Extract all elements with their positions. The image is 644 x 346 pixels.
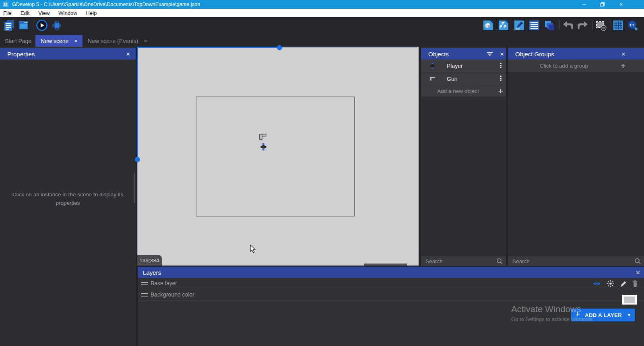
close-window-button[interactable]: × [614, 0, 628, 9]
layer-visibility-icon[interactable] [593, 280, 601, 287]
toggle-layers-panel-button[interactable] [543, 19, 555, 31]
restore-button[interactable] [596, 0, 609, 9]
titlebar: G GDevelop 5 - C:\Users\Sparkle\OneDrive… [0, 0, 644, 9]
close-tab-icon[interactable]: × [144, 38, 147, 44]
close-panel-icon[interactable]: × [621, 51, 625, 58]
object-menu-icon[interactable]: ⋮ [497, 74, 504, 82]
layer-name: Base layer [151, 280, 177, 286]
search-icon [634, 258, 641, 265]
filter-icon[interactable] [487, 52, 493, 56]
deselect-instances-button[interactable] [595, 19, 607, 31]
hscrollbar-bottom-thumb[interactable] [364, 264, 407, 266]
main-toolbar: 1:1 [0, 17, 644, 34]
add-group-row[interactable]: Click to add a group + [508, 60, 644, 72]
object-name: Gun [447, 76, 457, 82]
redo-button[interactable] [577, 19, 589, 31]
restore-icon [600, 2, 605, 7]
close-tab-icon[interactable]: × [74, 38, 77, 44]
start-page-button[interactable] [17, 19, 29, 31]
panel-scrollbar[interactable] [134, 172, 135, 203]
hscrollbar-thumb[interactable] [277, 45, 282, 50]
add-object-row[interactable]: Add a new object + [421, 85, 506, 97]
toolbar-separator [33, 21, 33, 30]
play-icon [36, 19, 48, 31]
minimize-button[interactable]: ─ [577, 0, 591, 9]
toggle-instances-list-button[interactable] [528, 19, 540, 31]
close-panel-icon[interactable]: × [636, 269, 640, 276]
search-icon [496, 258, 503, 265]
toggle-objects-panel-button[interactable] [482, 19, 494, 31]
properties-panel-icon [514, 20, 525, 31]
undo-icon [562, 20, 574, 31]
objects-search-bar [421, 256, 506, 266]
object-groups-search-input[interactable] [508, 256, 644, 266]
add-object-label: Add a new object [421, 88, 495, 94]
drag-handle-icon[interactable] [141, 282, 148, 285]
add-group-icon[interactable]: + [621, 62, 625, 70]
scene-canvas[interactable]: 139;384 [137, 47, 419, 266]
menu-window[interactable]: Window [58, 10, 77, 16]
layers-panel-header: Layers × [138, 267, 644, 278]
activate-windows-watermark: Activate Windows [511, 304, 581, 315]
toolbar-separator [611, 21, 611, 30]
player-instance[interactable] [260, 143, 266, 150]
tab-new-scene[interactable]: New scene × [35, 35, 83, 47]
debugger-button[interactable] [51, 19, 63, 31]
objects-panel-header: Objects × [421, 48, 506, 60]
object-row-player[interactable]: Player ⋮ [421, 60, 506, 72]
tab-new-scene-events[interactable]: New scene (Events) × [83, 35, 153, 47]
object-name: Player [447, 63, 463, 69]
cursor-coordinates-badge: 139;384 [137, 255, 162, 266]
close-panel-icon[interactable]: × [126, 51, 130, 58]
tab-label: New scene [41, 38, 68, 44]
panel-title: Layers [143, 269, 161, 276]
toggle-properties-panel-button[interactable] [513, 19, 525, 31]
toggle-object-groups-panel-button[interactable] [497, 19, 510, 31]
layer-effects-icon[interactable] [607, 280, 615, 288]
layers-panel-icon [544, 20, 555, 31]
layer-row-background-color[interactable]: Background color [138, 289, 644, 301]
tab-label: New scene (Events) [88, 38, 138, 44]
gdevelop-window: G GDevelop 5 - C:\Users\Sparkle\OneDrive… [0, 0, 644, 346]
layer-edit-icon[interactable] [619, 280, 627, 288]
caret-down-icon[interactable]: ▾ [627, 312, 630, 318]
layer-delete-icon[interactable] [632, 280, 639, 288]
properties-panel-header: Properties × [0, 48, 136, 60]
tab-start-page[interactable]: Start Page [0, 35, 35, 47]
hscrollbar-track-left [137, 47, 280, 48]
panel-title: Properties [7, 51, 35, 58]
menu-view[interactable]: View [38, 10, 50, 16]
zoom-1-1-icon: 1:1 [627, 20, 638, 31]
layer-name: Background color [151, 291, 194, 298]
background-color-swatch[interactable] [622, 295, 637, 305]
drag-handle-icon[interactable] [141, 293, 148, 297]
toggle-grid-button[interactable] [612, 19, 624, 31]
window-title: GDevelop 5 - C:\Users\Sparkle\OneDrive\D… [12, 2, 200, 7]
activate-windows-subtext: Go to Settings to activate Windows. [511, 316, 594, 322]
object-menu-icon[interactable]: ⋮ [497, 62, 504, 69]
layer-row-base[interactable]: Base layer [138, 278, 644, 289]
close-panel-icon[interactable]: × [500, 51, 504, 58]
vscrollbar-thumb[interactable] [135, 157, 140, 162]
objects-search-input[interactable] [421, 256, 506, 266]
zoom-reset-button[interactable]: 1:1 [627, 19, 639, 31]
vscrollbar-track-top [137, 47, 138, 159]
add-object-icon[interactable]: + [498, 87, 503, 95]
mouse-cursor [250, 245, 256, 253]
gun-instance[interactable] [259, 134, 266, 140]
project-manager-button[interactable] [3, 19, 15, 31]
object-row-gun[interactable]: Gun ⋮ [421, 72, 506, 85]
toolbar-separator [559, 21, 560, 30]
properties-empty-message: Click on an instance in the scene to dis… [8, 191, 128, 208]
object-groups-panel: Object Groups × Click to add a group + [508, 47, 644, 266]
objects-panel: Objects × Player ⋮ Gun [421, 47, 506, 266]
play-preview-button[interactable] [36, 19, 48, 31]
undo-button[interactable] [562, 19, 574, 31]
objects-panel-icon [483, 20, 494, 31]
menu-edit[interactable]: Edit [21, 10, 29, 16]
menu-help[interactable]: Help [86, 10, 97, 16]
editor-tabs: Start Page New scene × New scene (Events… [0, 34, 644, 47]
menu-file[interactable]: File [3, 10, 12, 16]
gdevelop-logo-icon: G [3, 2, 8, 7]
panel-title: Objects [428, 51, 449, 58]
